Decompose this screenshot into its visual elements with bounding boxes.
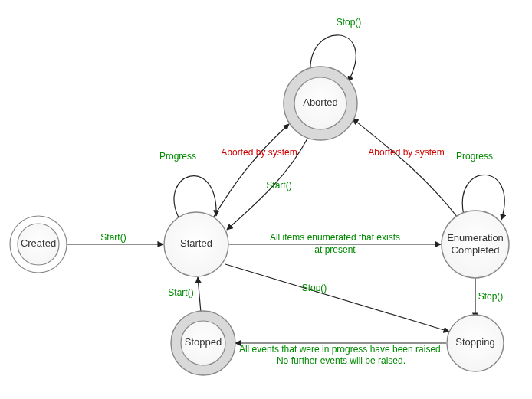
edge-started-progress — [174, 176, 216, 217]
edges: Start() Progress Aborted by system Start… — [67, 17, 504, 366]
edge-enum-aborted-label: Aborted by system — [368, 147, 444, 158]
edge-aborted-started-label: Start() — [266, 180, 291, 191]
state-aborted: Aborted — [284, 67, 357, 140]
state-diagram: Start() Progress Aborted by system Start… — [0, 0, 532, 399]
state-started: Started — [164, 212, 228, 276]
state-enumeration-completed: Enumeration Completed — [442, 211, 509, 278]
edge-started-enum-label-1: All items enumerated that exists — [270, 232, 400, 243]
edge-started-stopping — [225, 264, 449, 332]
edge-enum-progress-label: Progress — [456, 151, 493, 162]
state-stopping-label: Stopping — [455, 336, 494, 348]
state-enum-label-1: Enumeration — [447, 232, 504, 244]
edge-created-started-label: Start() — [100, 232, 126, 243]
edge-started-aborted — [212, 124, 289, 219]
edge-stopped-started-label: Start() — [168, 287, 193, 298]
edge-started-aborted-label: Aborted by system — [221, 147, 297, 158]
edge-started-enum-label-2: at present — [314, 244, 356, 255]
edge-aborted-stop-label: Stop() — [337, 17, 362, 28]
state-stopped-label: Stopped — [185, 336, 222, 348]
nodes: Created Started Aborted Enumeration Comp… — [10, 67, 509, 375]
state-started-label: Started — [180, 237, 212, 249]
edge-started-progress-label: Progress — [159, 151, 196, 162]
state-stopping: Stopping — [447, 315, 504, 371]
edge-enum-stopping-label: Stop() — [478, 291, 504, 302]
state-stopped: Stopped — [171, 311, 235, 375]
edge-started-stopping-label: Stop() — [302, 283, 327, 293]
edge-stopping-stopped-label-2: No further events will be raised. — [277, 355, 406, 366]
edge-stopped-started — [198, 277, 201, 312]
edge-stopping-stopped-label-1: All events that were in progress have be… — [239, 344, 443, 355]
edge-enum-aborted — [353, 119, 458, 217]
state-enum-label-2: Completed — [452, 244, 500, 256]
state-created: Created — [10, 216, 67, 273]
state-aborted-label: Aborted — [303, 96, 338, 108]
state-created-label: Created — [21, 237, 56, 249]
